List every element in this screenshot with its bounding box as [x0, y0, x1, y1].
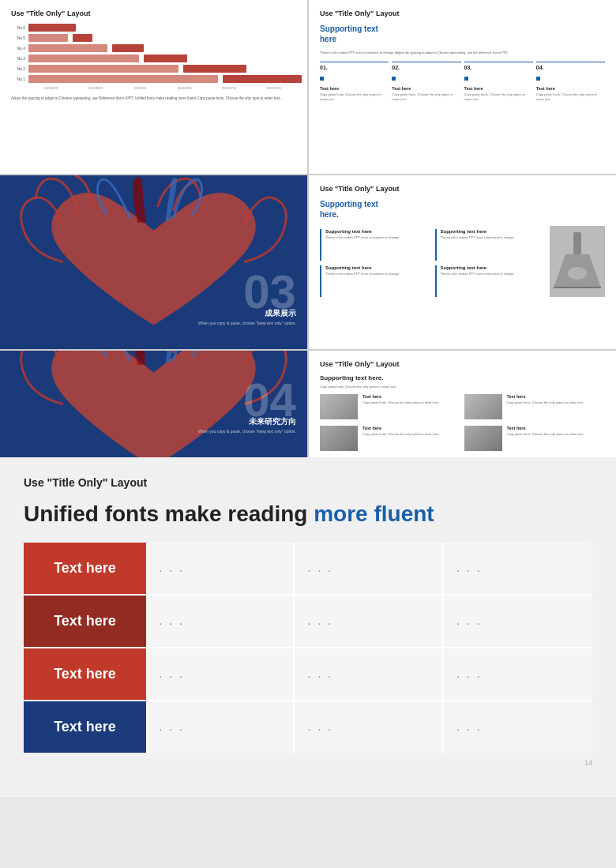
- num-col-2: 02. Text here Copy paste fonts. Choose t…: [392, 62, 460, 101]
- slide6-img-4: [464, 426, 502, 451]
- slide-4: Use "Title Only" Layout Supporting texth…: [309, 175, 616, 349]
- support-cell-3: Supporting text here Theme color makes P…: [320, 265, 430, 297]
- svg-rect-1: [573, 232, 581, 254]
- row2-label: Text here: [24, 596, 146, 647]
- table-section: Text here . . . . . . . . . Text here . …: [24, 543, 592, 753]
- bar-row: No.6: [11, 24, 296, 32]
- slide4-title: Use "Title Only" Layout: [320, 185, 605, 193]
- slide1-footer: Adjust the spacing to adapt to Chinese t…: [11, 96, 296, 102]
- slide-6: Use "Title Only" Layout Supporting text …: [309, 351, 616, 457]
- num-col-3: 03. Text here Copy paste fonts. Choose t…: [464, 62, 533, 101]
- slide6-body: Copy paste fonts. Choose the only option…: [320, 385, 605, 389]
- row4-label: Text here: [24, 701, 146, 753]
- slide1-title: Use "Title Only" Layout: [11, 9, 296, 17]
- row3-col2: . . .: [295, 648, 443, 700]
- row4-col1: . . .: [146, 701, 295, 753]
- slides-grid: Use "Title Only" Layout No.6 No.5 No.4 N…: [0, 0, 616, 457]
- table-row-1: Text here . . . . . . . . .: [24, 543, 592, 596]
- slide-2: Use "Title Only" Layout Supporting texth…: [309, 0, 616, 174]
- table-row-4: Text here . . . . . . . . .: [24, 701, 592, 753]
- row2-col1: . . .: [146, 596, 295, 647]
- slide4-layout: Supporting text here Theme color makes P…: [320, 226, 605, 297]
- slide5-overlay: 04 未来研究方向 When you copy & paste, choose …: [198, 377, 296, 434]
- svg-point-3: [568, 267, 587, 280]
- slide6-item-3: Text here Copy paste fonts. Choose the o…: [362, 426, 461, 437]
- page-number: 14: [24, 759, 592, 767]
- slide6-img-1: [320, 394, 358, 419]
- slide5-sub: When you copy & paste, choose "keep text…: [198, 429, 296, 434]
- row2-col3: . . .: [444, 596, 592, 647]
- main-heading-text: Unified fonts make reading: [24, 502, 314, 526]
- support-cell-4: Supporting text here Theme color makes P…: [435, 265, 546, 297]
- bar-chart: No.6 No.5 No.4 No.3 No.2: [11, 24, 296, 83]
- slide4-supporting: Supporting texthere.: [320, 199, 605, 220]
- row3-label: Text here: [24, 648, 146, 700]
- row3-col1: . . .: [146, 648, 295, 700]
- support-cell-2: Supporting text here Theme color makes P…: [435, 229, 546, 261]
- main-heading: Unified fonts make reading more fluent: [24, 502, 592, 527]
- slide-5: 04 未来研究方向 When you copy & paste, choose …: [0, 351, 307, 457]
- row3-col3: . . .: [444, 648, 592, 700]
- row1-col3: . . .: [444, 543, 592, 594]
- num-col-1: 01. Text here Copy paste fonts. Choose t…: [320, 62, 389, 101]
- bar-row: No.3: [11, 54, 296, 62]
- main-heading-accent: more fluent: [314, 502, 434, 526]
- slide6-item-1: Text here Copy paste fonts. Choose the o…: [362, 394, 461, 405]
- slide2-subtitle: Theme color makes PPT more convenient to…: [320, 51, 605, 55]
- slide6-item-4: Text here Copy paste fonts. Choose the o…: [507, 426, 606, 437]
- bar-row: No.2: [11, 65, 296, 73]
- lab-image: [550, 226, 605, 297]
- support-grid: Supporting text here Theme color makes P…: [320, 229, 545, 297]
- row2-col2: . . .: [295, 596, 443, 647]
- slide6-grid: Text here Copy paste fonts. Choose the o…: [320, 394, 605, 451]
- row4-col3: . . .: [444, 701, 592, 753]
- bar-row: No.1: [11, 75, 296, 83]
- bar-row: No.4: [11, 44, 296, 52]
- row1-col1: . . .: [146, 543, 295, 594]
- slide3-sub: When you copy & paste, choose "keep text…: [198, 321, 296, 325]
- slide2-title: Use "Title Only" Layout: [320, 9, 605, 17]
- slide6-heading: Supporting text here.: [320, 374, 605, 381]
- slide6-title: Use "Title Only" Layout: [320, 360, 605, 368]
- slide3-overlay: 03 成果展示 When you copy & paste, choose "k…: [198, 269, 296, 325]
- support-cell-1: Supporting text here Theme color makes P…: [320, 229, 430, 261]
- bottom-section: Use "Title Only" Layout Unified fonts ma…: [0, 457, 616, 797]
- slide6-img-3: [320, 426, 358, 451]
- slide6-item-2: Text here Copy paste fonts. Choose the o…: [507, 394, 606, 405]
- bar-row: No.5: [11, 34, 296, 42]
- row1-col2: . . .: [295, 543, 443, 594]
- chart-xaxis: 2021/8/29 2021/9/08 2021/9/4 2021/9/09 2…: [28, 86, 296, 90]
- slide-3: 03 成果展示 When you copy & paste, choose "k…: [0, 175, 307, 349]
- row1-label: Text here: [24, 543, 146, 594]
- numbered-cols: 01. Text here Copy paste fonts. Choose t…: [320, 62, 605, 101]
- table-row-3: Text here . . . . . . . . .: [24, 648, 592, 701]
- slide6-img-2: [464, 394, 502, 419]
- table-row-2: Text here . . . . . . . . .: [24, 596, 592, 648]
- num-col-4: 04. Text here Copy paste fonts. Choose t…: [536, 62, 605, 101]
- slide-1: Use "Title Only" Layout No.6 No.5 No.4 N…: [0, 0, 307, 174]
- bottom-title: Use "Title Only" Layout: [24, 476, 592, 489]
- slide2-supporting: Supporting texthere: [320, 24, 605, 44]
- row4-col2: . . .: [295, 701, 443, 753]
